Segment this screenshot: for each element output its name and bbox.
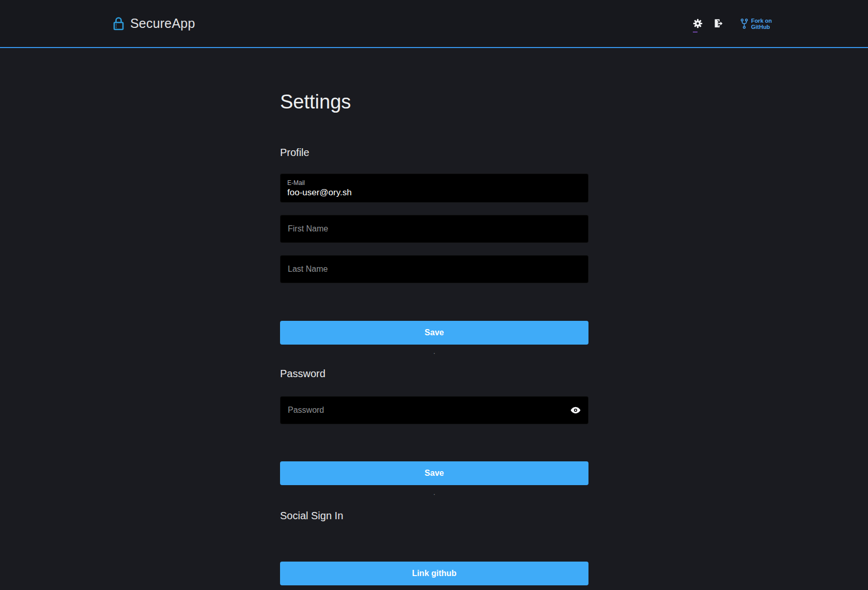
link-github-button[interactable]: Link github xyxy=(280,562,588,585)
first-name-field-container xyxy=(280,215,588,243)
email-label: E-Mail xyxy=(287,179,581,187)
fork-on-github-link[interactable]: Fork on GitHub xyxy=(740,18,772,30)
gear-underline xyxy=(693,32,698,33)
password-input[interactable] xyxy=(281,397,563,424)
settings-gear-icon xyxy=(692,18,703,29)
settings-page: Settings Profile E-Mail Save . Password … xyxy=(280,0,588,590)
email-field-container: E-Mail xyxy=(280,174,588,203)
save-password-button[interactable]: Save xyxy=(280,461,588,485)
email-input[interactable] xyxy=(287,187,581,198)
first-name-input[interactable] xyxy=(281,215,588,242)
toggle-password-visibility-button[interactable] xyxy=(563,397,588,424)
navbar-actions: Fork on GitHub xyxy=(692,18,772,30)
logout-icon xyxy=(713,18,724,29)
settings-button[interactable] xyxy=(692,18,704,30)
logout-button[interactable] xyxy=(712,18,725,30)
page-title: Settings xyxy=(280,91,351,113)
profile-section-heading: Profile xyxy=(280,147,309,159)
last-name-input[interactable] xyxy=(281,256,588,283)
profile-separator-dot: . xyxy=(280,350,588,352)
fork-link-text: Fork on GitHub xyxy=(751,18,772,30)
brand-title: SecureApp xyxy=(130,16,195,31)
save-profile-button[interactable]: Save xyxy=(280,321,588,345)
eye-icon xyxy=(570,405,581,416)
github-fork-icon xyxy=(740,18,748,29)
lock-icon xyxy=(113,17,125,30)
brand-home-link[interactable]: SecureApp xyxy=(113,16,195,31)
password-section-heading: Password xyxy=(280,368,326,380)
last-name-field-container xyxy=(280,255,588,283)
social-section-heading: Social Sign In xyxy=(280,510,343,522)
password-field-container xyxy=(280,396,588,424)
password-separator-dot: . xyxy=(280,491,588,493)
